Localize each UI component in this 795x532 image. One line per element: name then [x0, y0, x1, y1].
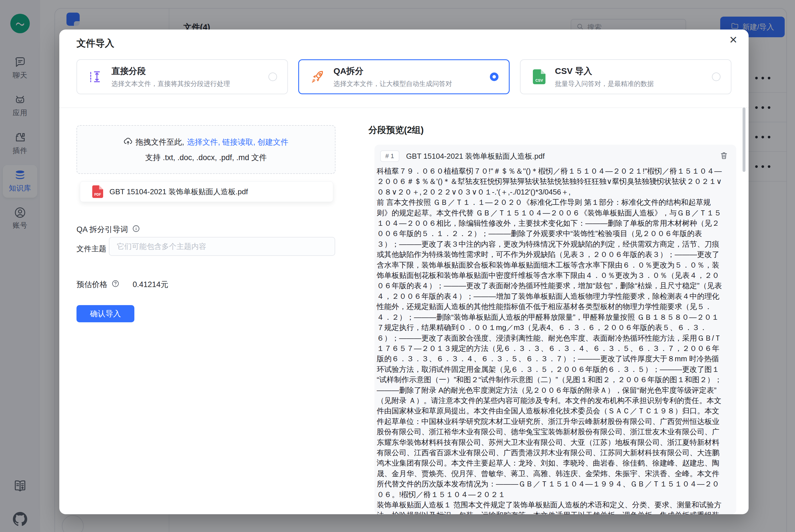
dialog-title: 文件导入	[76, 37, 114, 50]
mode-title: QA拆分	[334, 65, 452, 77]
mode-card-direct-split[interactable]: 直接分段 选择文本文件，直接将其按分段进行处理	[76, 59, 288, 94]
info-icon[interactable]	[132, 225, 140, 235]
dropzone-links[interactable]: 选择文件, 链接读取, 创建文件	[187, 137, 288, 147]
pdf-file-icon: PDF	[92, 185, 103, 198]
mode-desc: 选择文本文件，让大模型自动生成问答对	[334, 79, 452, 88]
preview-title: 分段预览(2组)	[368, 124, 424, 136]
topic-label: 文件主题	[76, 244, 106, 254]
chunk-index-badge: # 1	[380, 150, 399, 162]
preview-chunk-card: # 1 GBT 15104-2021 装饰单板贴面人造板.pdf 科植羣７９．０…	[375, 145, 736, 514]
price-label: 预估价格	[76, 279, 108, 290]
rocket-icon	[309, 69, 326, 85]
chunk-text: 科植羣７９．０６０植植羣㣼７０!"＃＄％＆''()＊椵㣼／㣥１５１０４—２０２１…	[377, 166, 724, 514]
upload-cloud-icon	[124, 137, 133, 148]
uploaded-file-chip[interactable]: PDF GBT 15104-2021 装饰单板贴面人造板.pdf	[80, 181, 333, 202]
help-icon[interactable]	[111, 280, 119, 290]
topic-input[interactable]	[109, 237, 335, 256]
preview-paragraph: 科植羣７９．０６０植植羣㣼７０!"＃＄％＆''()＊椵㣼／㣥１５１０４—２０２１…	[377, 166, 724, 197]
file-import-dialog: 文件导入 × 直接分段 选择文本文件，直接将其按分段进行处理 QA拆分 选择文本…	[59, 30, 749, 514]
mode-radio[interactable]	[268, 73, 277, 81]
mode-title: CSV 导入	[555, 65, 654, 77]
dropzone-text: 拖拽文件至此,	[135, 137, 184, 147]
price-value: 0.41214元	[133, 279, 168, 290]
mode-desc: 选择文本文件，直接将其按分段进行处理	[111, 79, 230, 88]
csv-file-icon: CSV	[531, 69, 548, 85]
mode-card-qa-split[interactable]: QA拆分 选择文本文件，让大模型自动生成问答对	[298, 59, 510, 94]
confirm-import-button[interactable]: 确认导入	[76, 305, 134, 322]
uploaded-file-name: GBT 15104-2021 装饰单板贴面人造板.pdf	[110, 187, 248, 197]
dialog-scrollbar-thumb[interactable]	[742, 108, 745, 172]
close-icon[interactable]: ×	[730, 32, 737, 48]
mode-radio-selected[interactable]	[490, 73, 498, 81]
mode-radio[interactable]	[712, 73, 720, 81]
screen: 聊天 应用 插件 知识库 账号	[0, 0, 795, 532]
delete-chunk-icon[interactable]	[720, 151, 728, 161]
mode-card-csv-import[interactable]: CSV CSV 导入 批量导入问答对，是最精准的数据	[520, 59, 732, 94]
qa-prompt-label: QA 拆分引导词	[76, 224, 128, 235]
header-divider	[59, 108, 749, 108]
file-dropzone[interactable]: 拖拽文件至此, 选择文件, 链接读取, 创建文件 支持 .txt, .doc, …	[76, 125, 336, 174]
dropzone-support-text: 支持 .txt, .doc, .docx, .pdf, .md 文件	[145, 152, 267, 163]
text-split-icon	[88, 69, 104, 85]
mode-desc: 批量导入问答对，是最精准的数据	[555, 79, 654, 88]
mode-title: 直接分段	[111, 65, 230, 77]
chunk-filename: GBT 15104-2021 装饰单板贴面人造板.pdf	[406, 151, 545, 161]
preview-paragraph: 装饰单板贴面人造板１ 范围本文件规定了装饰单板贴面人造板的术语和定义、分类、要求…	[377, 500, 724, 514]
preview-paragraph: 前 言本文件按照 ＧＢ／Ｔ１．１—２０２０《标准化工作导则 第１部分：标准化文件…	[377, 197, 724, 500]
